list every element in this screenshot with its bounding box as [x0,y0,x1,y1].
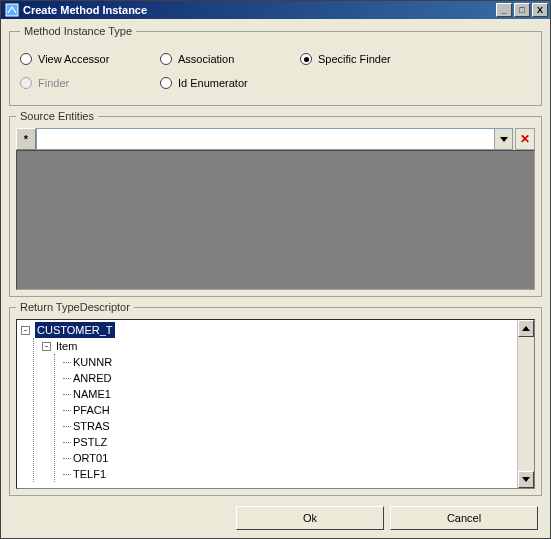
radio-label: Specific Finder [318,53,391,65]
tree-node-root[interactable]: - CUSTOMER_T [21,322,530,338]
titlebar: Create Method Instance _ □ X [1,1,550,19]
tree-leaves-container: KUNNR ANRED NAME1 PFACH STRAS PSTLZ ORT0… [54,354,530,482]
radio-specific-finder[interactable]: Specific Finder [300,53,480,65]
svg-rect-0 [6,4,18,16]
tree-node-item[interactable]: - Item [42,338,530,354]
window-title: Create Method Instance [23,4,494,16]
close-button[interactable]: X [532,3,548,17]
radio-finder: Finder [20,77,160,89]
combo-chevron-down-icon[interactable] [494,129,512,149]
radio-icon [300,53,312,65]
tree-leaf[interactable]: KUNNR [63,354,530,370]
return-type-group: Return TypeDescriptor - CUSTOMER_T - Ite… [9,301,542,496]
tree-root-label[interactable]: CUSTOMER_T [35,322,115,338]
source-entities-group: Source Entities * ✕ [9,110,542,297]
radio-label: View Accessor [38,53,109,65]
minimize-button[interactable]: _ [496,3,512,17]
tree-leaf[interactable]: ORT01 [63,450,530,466]
scroll-up-icon[interactable] [518,320,534,337]
delete-icon: ✕ [520,132,530,146]
cancel-button[interactable]: Cancel [390,506,538,530]
tree-leaf[interactable]: ANRED [63,370,530,386]
tree-leaf[interactable]: TELF1 [63,466,530,482]
delete-row-button[interactable]: ✕ [515,128,535,150]
radio-association[interactable]: Association [160,53,300,65]
app-icon [5,3,19,17]
radio-icon [20,53,32,65]
radio-label: Id Enumerator [178,77,248,89]
radio-icon [160,77,172,89]
tree-leaf[interactable]: PFACH [63,402,530,418]
radio-icon [160,53,172,65]
source-entity-input[interactable] [37,129,494,149]
tree-collapse-icon[interactable]: - [42,342,51,351]
ok-button[interactable]: Ok [236,506,384,530]
tree-leaf[interactable]: NAME1 [63,386,530,402]
tree-item-label[interactable]: Item [56,338,77,354]
tree-collapse-icon[interactable]: - [21,326,30,335]
radio-label: Finder [38,77,69,89]
tree-leaf[interactable]: PSTLZ [63,434,530,450]
radio-icon [20,77,32,89]
return-type-legend: Return TypeDescriptor [16,301,134,313]
tree-scrollbar[interactable] [517,320,534,488]
radio-id-enumerator[interactable]: Id Enumerator [160,77,300,89]
source-entities-empty-area [16,150,535,290]
scroll-down-icon[interactable] [518,471,534,488]
row-selector[interactable]: * [16,128,36,150]
radio-view-accessor[interactable]: View Accessor [20,53,160,65]
tree-leaf[interactable]: STRAS [63,418,530,434]
radio-label: Association [178,53,234,65]
source-entities-legend: Source Entities [16,110,98,122]
maximize-button[interactable]: □ [514,3,530,17]
type-tree[interactable]: - CUSTOMER_T - Item KUNNR ANRED NAME1 PF… [16,319,535,489]
dialog-buttons: Ok Cancel [9,500,542,534]
source-entity-combo[interactable] [36,128,513,150]
method-instance-type-legend: Method Instance Type [20,25,136,37]
method-instance-type-group: Method Instance Type View Accessor Assoc… [9,25,542,106]
